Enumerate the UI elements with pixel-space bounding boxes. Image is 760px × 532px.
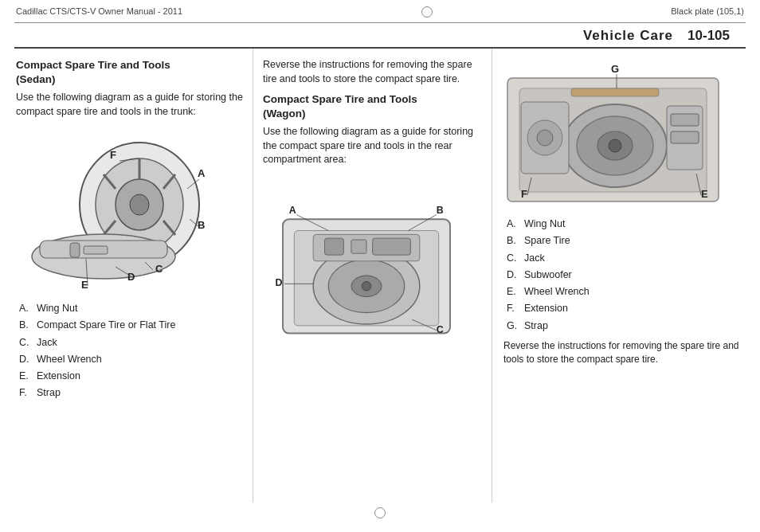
svg-rect-54	[671, 131, 699, 143]
svg-rect-55	[571, 88, 659, 96]
section-title: Vehicle Care	[583, 28, 673, 44]
page-header: Cadillac CTS/CTS-V Owner Manual - 2011 B…	[0, 0, 760, 22]
svg-text:F: F	[521, 188, 527, 200]
footer-circle	[374, 507, 386, 518]
right-column: G F E A.Wing Nut B.Spare Tire C.Jack D.S…	[492, 49, 746, 503]
main-content: Compact Spare Tire and Tools(Sedan) Use …	[14, 49, 746, 503]
title-row: Vehicle Care 10-105	[14, 23, 746, 49]
svg-text:G: G	[611, 63, 619, 75]
svg-text:E: E	[701, 188, 708, 200]
mid-section-body: Use the following diagram as a guide for…	[263, 125, 484, 167]
right-reverse-text: Reverse the instructions for removing th…	[503, 339, 742, 366]
list-item: E.Wheel Wrench	[507, 284, 742, 300]
header-circle	[421, 6, 433, 18]
right-label-list: A.Wing Nut B.Spare Tire C.Jack D.Subwoof…	[503, 216, 742, 334]
left-diagram-svg: F A B C D E	[16, 125, 223, 292]
left-section-title: Compact Spare Tire and Tools(Sedan)	[16, 58, 245, 86]
svg-rect-11	[70, 243, 80, 257]
header-right: Black plate (105,1)	[671, 6, 744, 16]
list-item: D.Subwoofer	[507, 267, 742, 284]
mid-diagram: A B D C	[263, 174, 470, 341]
svg-rect-34	[373, 238, 411, 255]
mid-column: Reverse the instructions for removing th…	[253, 49, 492, 503]
header-left: Cadillac CTS/CTS-V Owner Manual - 2011	[16, 6, 182, 16]
list-item: C.Jack	[507, 250, 742, 267]
svg-rect-12	[84, 246, 108, 254]
svg-text:B: B	[437, 204, 444, 215]
svg-text:A: A	[289, 204, 296, 215]
right-diagram: G F E	[503, 58, 727, 209]
svg-point-3	[130, 194, 149, 215]
svg-text:D: D	[127, 271, 135, 283]
svg-point-48	[609, 139, 621, 152]
list-item: D.Wheel Wrench	[19, 351, 245, 368]
left-label-list: A.Wing Nut B.Compact Spare Tire or Flat …	[16, 300, 245, 402]
svg-text:C: C	[437, 324, 444, 335]
right-diagram-svg: G F E	[503, 58, 727, 209]
list-item: A.Wing Nut	[507, 216, 742, 233]
svg-point-30	[362, 281, 370, 290]
mid-reverse-text: Reverse the instructions for removing th…	[263, 58, 484, 86]
left-column: Compact Spare Tire and Tools(Sedan) Use …	[14, 49, 253, 503]
left-section-body: Use the following diagram as a guide for…	[16, 91, 245, 119]
svg-text:B: B	[198, 219, 205, 231]
list-item: E.Extension	[19, 368, 245, 385]
svg-text:D: D	[275, 277, 282, 288]
svg-text:C: C	[155, 263, 163, 275]
header-center	[421, 6, 433, 19]
list-item: B.Spare Tire	[507, 233, 742, 249]
svg-text:A: A	[198, 167, 206, 179]
list-item: A.Wing Nut	[19, 300, 245, 317]
list-item: F.Extension	[507, 300, 742, 317]
page-footer	[0, 504, 760, 520]
list-item: F.Strap	[19, 385, 245, 401]
svg-rect-53	[671, 114, 699, 126]
left-diagram: F A B C D E	[16, 125, 223, 292]
svg-point-51	[537, 130, 553, 146]
svg-rect-33	[351, 240, 366, 253]
page-number: 10-105	[688, 28, 730, 44]
list-item: G.Strap	[507, 318, 742, 334]
svg-text:F: F	[110, 149, 116, 161]
svg-rect-32	[325, 238, 344, 255]
list-item: C.Jack	[19, 334, 245, 351]
list-item: B.Compact Spare Tire or Flat Tire	[19, 317, 245, 334]
mid-diagram-svg: A B D C	[263, 174, 470, 341]
mid-section-title: Compact Spare Tire and Tools(Wagon)	[263, 92, 484, 120]
